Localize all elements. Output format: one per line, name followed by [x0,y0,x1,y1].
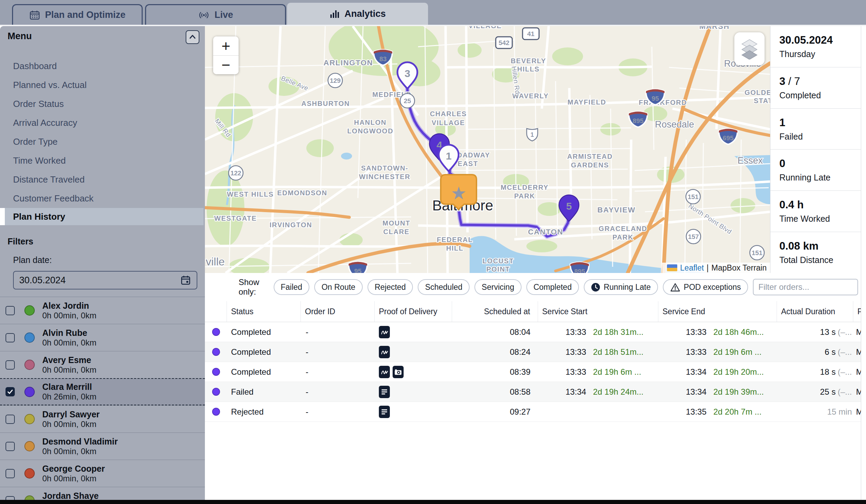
column-header-scheduled-at[interactable]: Scheduled at [452,301,538,322]
column-header-actual-duration[interactable]: Actual Duration [777,301,853,322]
chip-servicing[interactable]: Servicing [474,279,522,295]
driver-row[interactable]: George Cooper0h 00min, 0km [0,460,205,487]
table-row[interactable]: Failed-08:5813:342d 19h 24m...13:342d 19… [205,382,866,402]
map-label: PARK [612,233,633,241]
app-root: Plan and OptimizeLiveAnalytics Menu Dash… [0,0,866,504]
duration-note: (–... [838,327,852,337]
driver-row[interactable]: Alvin Rube0h 00min, 0km [0,324,205,351]
chip-pod-exceptions[interactable]: POD exceptions [663,279,748,295]
driver-row[interactable]: Jordan Shaye0h 00min, 0km [0,487,205,500]
svg-text:25: 25 [404,97,411,105]
route-shield-122: 122 [229,166,243,180]
driver-row[interactable]: Avery Esme0h 00min, 0km [0,351,205,378]
column-header-proof-of-delivery[interactable]: Proof of Delivery [375,301,452,322]
table-row[interactable]: Completed-08:3913:332d 19h 6m ...13:342d… [205,362,866,382]
driver-color-dot [24,305,35,316]
scheduled-at-cell: 08:58 [452,387,538,397]
driver-checkbox[interactable] [6,333,15,342]
driver-checkbox[interactable] [6,469,15,478]
driver-row[interactable]: Alex Jordin0h 00min, 0km [0,297,205,324]
actual-duration-cell: 25 s(–... [777,387,853,397]
status-cell: Failed [227,387,301,397]
sidebar-item-order-status[interactable]: Order Status [0,95,204,113]
map-label: MAYFIELD [568,98,606,106]
map[interactable]: VILLAGEMARSHARLINGTONBEVERLYHILLSMEDFIEL… [205,26,770,273]
status-cell: Rejected [227,407,301,417]
driver-row[interactable]: Clara Merrill0h 26min, 0km [0,378,205,405]
map-layers-button[interactable] [734,32,765,65]
service-start-cell: 13:332d 18h 31m... [538,327,658,337]
bar-chart-icon [329,9,340,19]
leaflet-link[interactable]: Leaflet [680,263,704,273]
chip-label: Scheduled [425,283,462,292]
order-id-cell: - [301,367,375,377]
svg-text:1: 1 [530,131,534,138]
map-label: MCELDERRY [501,184,548,191]
tab-plan-and-optimize[interactable]: Plan and Optimize [12,4,143,25]
driver-color-dot [24,360,35,370]
scrollbar-track[interactable] [861,26,866,500]
service-end-time: 13:34 [658,367,706,377]
driver-row[interactable]: Darryl Sawyer0h 00min, 0km [0,405,205,432]
column-header-status[interactable]: Status [227,301,301,322]
signature-icon[interactable] [379,366,390,378]
driver-checkbox[interactable] [6,360,15,370]
chip-scheduled[interactable]: Scheduled [418,279,470,295]
driver-color-dot [24,441,35,451]
driver-checkbox[interactable] [6,442,15,451]
table-row[interactable]: Rejected-09:2713:352d 20h 7m ...15 minM [205,402,866,422]
sidebar-item-arrival-accuracy[interactable]: Arrival Accuracy [0,113,204,132]
chip-completed[interactable]: Completed [526,279,579,295]
sidebar-item-time-worked[interactable]: Time Worked [0,151,204,170]
chip-label: POD exceptions [684,283,741,292]
order-id-cell: - [301,347,375,357]
driver-checkbox[interactable] [6,496,15,500]
depot-marker[interactable]: ★ [441,175,476,209]
summary-label: Total Distance [779,255,862,265]
chip-on-route[interactable]: On Route [314,279,362,295]
map-label: FEDERAL [437,236,473,243]
status-dot-cell [205,368,227,376]
map-zoom-out-button[interactable]: − [213,55,239,74]
column-header-order-id[interactable]: Order ID [301,301,375,322]
sidebar-item-plan-history[interactable]: Plan History [0,208,204,225]
driver-name: Avery Esme [42,355,96,365]
column-header-service-start[interactable]: Service Start [538,301,658,322]
summary-label: Time Worked [779,214,862,224]
driver-checkbox[interactable] [6,306,15,315]
plan-date-input[interactable]: 30.05.2024 [13,271,197,289]
tab-analytics[interactable]: Analytics [287,3,428,25]
sidebar-item-order-type[interactable]: Order Type [0,132,204,151]
chip-running-late[interactable]: Running Late [584,279,658,295]
driver-row[interactable]: Desmond Vladimir0h 00min, 0km [0,432,205,460]
note-icon[interactable] [379,406,390,418]
driver-name: Jordan Shaye [42,491,99,500]
tab-live[interactable]: Live [145,4,286,25]
filter-orders-input[interactable] [753,279,858,295]
column-header-service-end[interactable]: Service End [658,301,777,322]
sidebar-item-planned-vs-actual[interactable]: Planned vs. Actual [0,76,204,95]
sidebar-item-dashboard[interactable]: Dashboard [0,57,204,76]
menu-collapse-button[interactable] [186,30,199,44]
service-start-time: 13:34 [538,387,586,397]
chip-failed[interactable]: Failed [274,279,310,295]
note-icon[interactable] [379,386,390,398]
service-end-ago: 2d 18h 46m... [713,327,764,337]
driver-checkbox[interactable] [6,415,15,424]
sidebar-item-distance-traveled[interactable]: Distance Traveled [0,170,204,189]
status-dot [212,388,220,396]
column-header[interactable] [205,301,227,322]
calendar-icon[interactable] [180,275,191,286]
signature-icon[interactable] [379,346,390,358]
driver-checkbox[interactable] [6,387,15,396]
actual-duration-value: 25 s [820,387,835,396]
map-zoom-in-button[interactable]: + [213,36,239,55]
driver-stats: 0h 00min, 0km [42,474,105,483]
chip-rejected[interactable]: Rejected [368,279,413,295]
table-row[interactable]: Completed-08:2413:332d 18h 51m...13:332d… [205,342,866,362]
signature-icon[interactable] [379,326,390,338]
sidebar-item-customer-feedback[interactable]: Customer Feedback [0,189,204,208]
table-row[interactable]: Completed-08:0413:332d 18h 31m...13:332d… [205,322,866,342]
map-label: GARDENS [571,161,609,169]
camera-icon[interactable] [393,366,404,378]
